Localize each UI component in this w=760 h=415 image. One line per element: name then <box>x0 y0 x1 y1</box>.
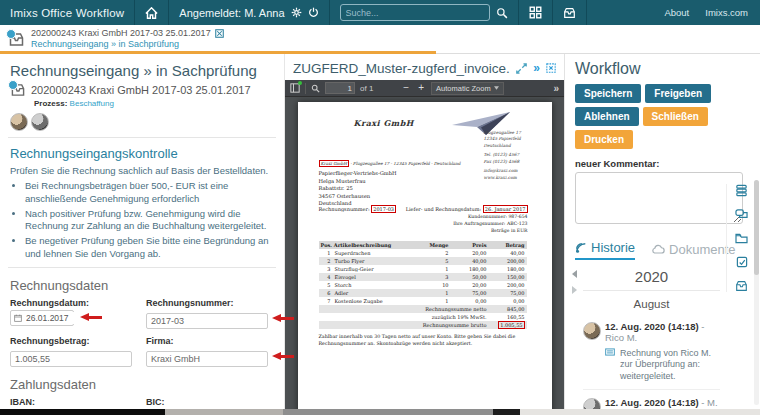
invoice-meta-block: Kundennummer: 987-654 Ihre Auftragsnumme… <box>453 214 527 235</box>
comment-label: neuer Kommentar: <box>575 158 750 169</box>
workitem-tray-icon <box>10 83 26 97</box>
chat-icon[interactable] <box>735 209 748 221</box>
print-button[interactable]: Drucken <box>575 130 633 149</box>
page-number-input[interactable] <box>325 82 355 94</box>
bullet-item: Bei Rechnungsbeträgen büer 500,- EUR ist… <box>25 180 272 206</box>
avatar <box>31 113 49 131</box>
zoom-select[interactable]: Automatic Zoom <box>431 82 504 95</box>
power-icon[interactable] <box>308 7 319 18</box>
home-icon[interactable] <box>145 7 158 19</box>
table-row: 7Kostenlose Zugabe10,000,00 <box>319 297 527 305</box>
close-button[interactable]: Schließen <box>643 107 708 126</box>
company-input[interactable] <box>146 351 268 367</box>
workitem-tray-icon <box>8 32 25 47</box>
invoice-payment-note: Zahlbar innerhalb von 30 Tagen netto auf… <box>319 333 527 347</box>
zugferd-highlight-date: 26. Januar 2017 <box>483 205 528 213</box>
archive-tray-icon[interactable] <box>563 7 576 19</box>
red-arrow-annotation <box>80 313 103 322</box>
zoom-out-icon[interactable]: − <box>401 83 411 93</box>
scrollbar-track[interactable] <box>754 180 759 405</box>
toolbar-more-icon[interactable]: » <box>553 83 559 94</box>
message-icon <box>605 348 615 356</box>
folder-icon[interactable] <box>735 233 748 244</box>
grid-icon[interactable] <box>529 6 542 19</box>
sidebar-toggle-icon[interactable] <box>290 83 300 93</box>
expand-icon[interactable] <box>516 63 527 74</box>
invoice-recipient-block: Papierflieger-Vertriebs-GmbH Helga Muste… <box>319 170 397 208</box>
prev-arrow-icon[interactable] <box>572 270 577 278</box>
divider <box>8 267 276 268</box>
about-link[interactable]: About <box>664 7 689 18</box>
close-box-icon[interactable] <box>215 29 224 38</box>
page-count-label: of 1 <box>360 84 373 93</box>
form-panel: Rechnungseingang » in Sachprüfung 202000… <box>0 54 285 415</box>
process-label: Prozess: <box>34 99 67 108</box>
invoice-amount-input[interactable] <box>10 351 132 367</box>
invoice-sender-line: Kraxi GmbH · Flugzeugallee 17 - 12345 Pa… <box>319 161 461 166</box>
list-stack-icon[interactable] <box>735 184 748 197</box>
site-link[interactable]: Imixs.com <box>705 7 748 18</box>
workitem-badge <box>6 29 16 39</box>
pdf-viewport: Kraxi GmbH Flugzeugallee 17 12345 Papier… <box>285 97 564 415</box>
avatar <box>583 322 601 340</box>
breadcrumb-title[interactable]: 202000243 Kraxi GmbH 2017-03 25.01.2017 <box>31 28 211 39</box>
divider <box>8 137 276 138</box>
zugferd-highlight-total: 1.005,55 <box>498 321 524 329</box>
zugferd-highlight-number: 2017-03 <box>371 205 396 213</box>
next-arrow-icon[interactable] <box>572 286 577 294</box>
invoice-number-label: Rechnungsnummer: <box>146 298 268 308</box>
main-content: Rechnungseingang » in Sachprüfung 202000… <box>0 54 760 415</box>
gear-icon[interactable] <box>291 7 302 18</box>
calendar-icon[interactable] <box>14 314 22 322</box>
divider <box>586 0 587 25</box>
search-icon[interactable] <box>496 7 508 19</box>
invoice-number-input[interactable] <box>146 313 268 329</box>
process-link[interactable]: Beschaffung <box>70 99 114 108</box>
company-label: Firma: <box>146 336 268 346</box>
pdf-panel: ZUGFERD_Muster-zugferd_invoice.pdf » <box>285 54 565 415</box>
table-row: 4Eisvogel350,00150,00 <box>319 273 527 281</box>
payment-data-title: Zahlungsdaten <box>10 377 272 392</box>
workitem-badge <box>8 80 18 90</box>
app-brand[interactable]: Imixs Office Workflow <box>10 7 124 19</box>
documents-cloud-icon <box>651 244 665 255</box>
compress-icon[interactable] <box>546 63 556 73</box>
summary-row: zuzüglich 19% MwSt.160,55 <box>319 313 527 321</box>
invoice-date-input[interactable] <box>24 312 74 324</box>
find-icon[interactable] <box>311 84 320 93</box>
zoom-in-icon[interactable]: + <box>416 83 426 93</box>
summary-row: Rechnungssumme netto845,00 <box>319 305 527 313</box>
pdf-filename: ZUGFERD_Muster-zugferd_invoice.pdf <box>293 61 510 76</box>
app-window: Imixs Office Workflow Angemeldet: M. Ann… <box>0 0 760 415</box>
invoice-contact-block: Flugzeugallee 17 12345 Papierfeld Deutsc… <box>484 130 542 181</box>
double-chevron-icon[interactable]: » <box>533 62 540 74</box>
invoice-date-field-box <box>10 310 74 326</box>
top-bar: Imixs Office Workflow Angemeldet: M. Ann… <box>0 0 760 25</box>
workitem-title: 202000243 Kraxi GmbH 2017-03 25.01.2017 <box>31 84 251 96</box>
timeline-month: August <box>583 298 720 310</box>
reject-button[interactable]: Ablehnen <box>575 107 639 126</box>
zugferd-highlight-company: Kraxi GmbH <box>319 160 349 167</box>
search-input[interactable] <box>340 4 490 21</box>
archive-icon[interactable] <box>735 280 748 292</box>
notes-icon[interactable] <box>735 256 748 268</box>
breadcrumb-path[interactable]: Rechnungseingang » in Sachprüfung <box>31 39 224 50</box>
invoice-data-title: Rechnungsdaten <box>10 278 272 293</box>
logged-in-user: Angemeldet: M. Anna <box>179 7 284 19</box>
comment-textarea[interactable] <box>575 172 743 224</box>
approve-button[interactable]: Freigeben <box>645 84 711 103</box>
invoice-company-logo-text: Kraxi GmbH <box>354 118 414 128</box>
scrollbar-thumb[interactable] <box>754 180 759 275</box>
control-section-title: Rechnungseingangskontrolle <box>10 146 272 161</box>
history-entry: 12. Aug. 2020 (14:18) - Rico M. Rechnung… <box>583 314 720 389</box>
pdf-page: Kraxi GmbH Flugzeugallee 17 12345 Papier… <box>298 102 552 415</box>
invoice-items-table: Pos. ArtikelbeschreibungMengePreisBetrag… <box>319 241 527 329</box>
bullet-item: Be negetiver Prüfung geben Sie bitte ein… <box>25 235 272 261</box>
notification-dot <box>298 81 302 85</box>
save-button[interactable]: Speichern <box>575 84 641 103</box>
red-arrow-annotation <box>272 314 295 323</box>
table-row: 3Sturzflug-Geier1180,00180,00 <box>319 265 527 273</box>
tab-history[interactable]: Historie <box>575 240 635 260</box>
red-arrow-annotation <box>272 352 295 361</box>
tab-documents[interactable]: Dokumente <box>651 242 735 260</box>
